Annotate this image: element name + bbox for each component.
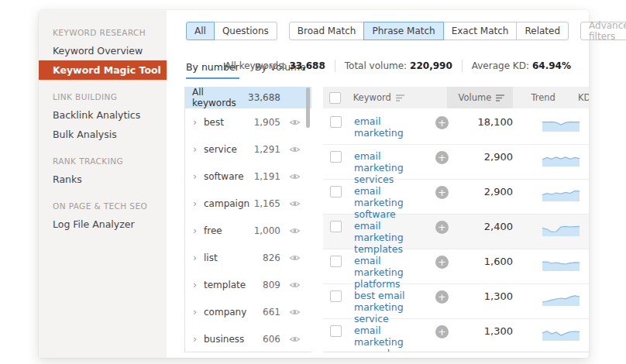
group-item-company[interactable]: ›company661	[185, 298, 311, 325]
trend-cell	[521, 145, 583, 179]
row-checkbox[interactable]	[330, 325, 342, 337]
volume-value: 2,400	[452, 215, 521, 249]
row-checkbox[interactable]	[330, 256, 342, 267]
group-item-label: company	[204, 307, 246, 318]
filter-button-exact-match[interactable]: Exact Match	[443, 22, 518, 40]
trend-sparkline	[542, 329, 580, 344]
chevron-right-icon[interactable]: ›	[193, 197, 197, 208]
sidebar-section: KEYWORD RESEARCHKeyword OverviewKeyword …	[39, 28, 167, 80]
eye-icon[interactable]	[289, 172, 301, 180]
stat-value: 220,990	[410, 60, 452, 71]
stats-divider	[335, 60, 335, 72]
sidebar-item-log-file-analyzer[interactable]: Log File Analyzer	[39, 215, 167, 234]
group-item-count: 1,191	[254, 171, 280, 182]
trend-sparkline	[542, 155, 580, 170]
chevron-right-icon[interactable]: ›	[193, 143, 197, 154]
eye-icon[interactable]	[289, 253, 301, 262]
filter-button-questions[interactable]: Questions	[214, 22, 277, 40]
filter-button-related[interactable]: Related	[516, 22, 569, 40]
group-item-count: 826	[263, 252, 280, 263]
sidebar-item-keyword-magic-tool[interactable]: Keyword Magic Tool	[39, 60, 167, 80]
keywords-table: Keyword Volume Trend	[323, 87, 589, 352]
group-item-count: 661	[263, 307, 280, 318]
row-checkbox-cell	[323, 180, 349, 214]
eye-icon[interactable]	[289, 118, 301, 126]
keyword-link-email-marketing-examples[interactable]: email marketing examples	[354, 325, 432, 352]
group-item-label: campaign	[204, 198, 249, 209]
select-all-checkbox[interactable]	[329, 92, 341, 104]
table-header-clipped-kd: KD %	[573, 92, 589, 103]
sidebar-item-bulk-analysis[interactable]: Bulk Analysis	[39, 125, 167, 144]
eye-icon[interactable]	[289, 226, 301, 235]
table-row: email marketing platforms+1,600	[323, 249, 589, 284]
sidebar-section: RANK TRACKINGRanks	[39, 156, 167, 189]
sidebar-item-keyword-overview[interactable]: Keyword Overview	[39, 41, 167, 60]
chevron-right-icon[interactable]: ›	[193, 251, 197, 263]
group-item-campaign[interactable]: ›campaign1,165	[185, 190, 311, 217]
keyword-cell: email marketing examples+	[349, 319, 452, 352]
add-keyword-button[interactable]: +	[435, 256, 449, 269]
group-item-label: best	[204, 117, 224, 128]
chevron-right-icon[interactable]: ›	[193, 305, 197, 317]
eye-icon[interactable]	[289, 145, 301, 153]
group-item-count: 1,165	[254, 198, 280, 209]
table-header-keyword[interactable]: Keyword	[348, 92, 447, 103]
group-item-label: free	[204, 225, 222, 236]
row-checkbox[interactable]	[330, 290, 342, 302]
table-body: email marketing+18,100email marketing se…	[323, 110, 589, 352]
add-keyword-button[interactable]: +	[435, 186, 449, 199]
filter-button-broad-match[interactable]: Broad Match	[289, 22, 365, 40]
main-content: AllQuestions Broad MatchPhrase MatchExac…	[167, 10, 589, 358]
group-item-business[interactable]: ›business606	[185, 325, 311, 352]
trend-sparkline	[542, 225, 580, 239]
trend-cell	[521, 249, 583, 283]
groups-scrollbar-thumb[interactable]	[306, 88, 310, 128]
add-keyword-button[interactable]: +	[435, 116, 449, 129]
group-item-count: 1,291	[254, 144, 280, 155]
table-header-checkbox-cell	[323, 92, 348, 104]
advanced-filters-dropdown[interactable]: Advanced filters	[580, 22, 626, 40]
filter-button-all[interactable]: All	[186, 22, 215, 40]
add-keyword-button[interactable]: +	[435, 151, 449, 164]
group-all-keywords[interactable]: All keywords 33,688	[185, 87, 311, 108]
row-checkbox[interactable]	[330, 221, 342, 232]
row-checkbox[interactable]	[330, 151, 342, 163]
group-item-template[interactable]: ›template809	[185, 271, 311, 298]
sidebar-item-backlink-analytics[interactable]: Backlink Analytics	[39, 105, 167, 125]
group-item-free[interactable]: ›free1,000	[185, 217, 311, 244]
chevron-right-icon[interactable]: ›	[193, 332, 197, 344]
chevron-right-icon[interactable]: ›	[193, 278, 197, 290]
eye-icon[interactable]	[289, 335, 301, 343]
volume-value: 1,300	[452, 284, 521, 318]
eye-icon[interactable]	[289, 199, 301, 208]
sidebar-section: ON PAGE & TECH SEOLog File Analyzer	[39, 201, 167, 234]
eye-icon[interactable]	[289, 280, 301, 289]
eye-icon[interactable]	[289, 307, 301, 316]
chevron-right-icon[interactable]: ›	[193, 170, 197, 181]
add-keyword-button[interactable]: +	[435, 221, 449, 234]
advanced-filters-label: Advanced filters	[589, 20, 626, 42]
table-header-volume[interactable]: Volume	[447, 87, 514, 108]
row-checkbox[interactable]	[330, 186, 342, 197]
group-item-label: service	[204, 144, 237, 155]
table-row: email marketing templates+2,400	[323, 215, 589, 249]
add-keyword-button[interactable]: +	[435, 290, 449, 304]
sidebar-item-ranks[interactable]: Ranks	[39, 170, 167, 189]
group-item-best[interactable]: ›best1,905	[185, 108, 311, 136]
match-filter-group-2: Broad MatchPhrase MatchExact MatchRelate…	[289, 22, 569, 40]
chevron-right-icon[interactable]: ›	[193, 115, 197, 127]
table-row: email marketing examples+1,300	[323, 319, 589, 352]
group-item-software[interactable]: ›software1,191	[185, 163, 311, 190]
filter-button-phrase-match[interactable]: Phrase Match	[363, 22, 443, 40]
group-item-service[interactable]: ›service1,291	[185, 136, 311, 163]
stat-total-volume: Total volume:220,990	[345, 60, 452, 71]
volume-value: 1,300	[452, 319, 521, 352]
keyword-link-email-marketing[interactable]: email marketing	[354, 115, 432, 139]
keyword-groups-panel: All keywords 33,688 ›best1,905›service1,…	[184, 87, 311, 352]
group-item-list[interactable]: ›list826	[185, 244, 311, 271]
row-checkbox[interactable]	[330, 116, 342, 128]
add-keyword-button[interactable]: +	[435, 325, 449, 338]
group-all-label: All keywords	[192, 87, 248, 108]
chevron-right-icon[interactable]: ›	[193, 224, 197, 235]
row-checkbox-cell	[323, 215, 349, 249]
